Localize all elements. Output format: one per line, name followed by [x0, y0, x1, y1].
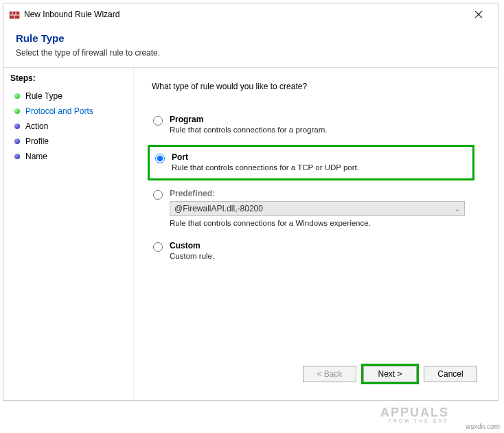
watermark-brand: APPUALS FROM THE EXP	[380, 406, 449, 423]
highlight-annotation: Port Rule that controls connections for …	[148, 145, 474, 180]
wizard-body: Steps: Rule Type Protocol and Ports Acti…	[3, 68, 498, 400]
predefined-select-value: @FirewallAPI.dll,-80200	[174, 204, 263, 213]
option-desc: Rule that controls connections for a TCP…	[172, 163, 468, 172]
bullet-icon	[14, 139, 20, 144]
option-label: Program	[170, 115, 480, 124]
step-profile[interactable]: Profile	[10, 134, 126, 149]
chevron-down-icon: ⌄	[455, 205, 460, 213]
option-desc: Rule that controls connections for a pro…	[170, 126, 480, 134]
page-title: Rule Type	[16, 32, 485, 44]
content-panel: What type of rule would you like to crea…	[134, 68, 498, 400]
option-desc: Rule that controls connections for a Win…	[170, 219, 480, 227]
close-button[interactable]	[465, 5, 492, 24]
radio-predefined[interactable]	[153, 190, 163, 200]
wizard-window: New Inbound Rule Wizard Rule Type Select…	[3, 3, 499, 401]
step-name[interactable]: Name	[10, 149, 126, 164]
option-custom[interactable]: Custom Custom rule.	[152, 238, 480, 271]
step-label: Profile	[25, 137, 49, 146]
step-action[interactable]: Action	[10, 119, 126, 134]
radio-program[interactable]	[153, 116, 163, 126]
bullet-icon	[14, 154, 20, 159]
step-protocol-ports[interactable]: Protocol and Ports	[10, 104, 126, 119]
close-icon	[474, 10, 483, 19]
step-label: Protocol and Ports	[25, 106, 93, 116]
titlebar: New Inbound Rule Wizard	[3, 3, 498, 25]
watermark-site: wsxdn.com	[466, 423, 500, 430]
cancel-button[interactable]: Cancel	[424, 366, 477, 382]
window-title: New Inbound Rule Wizard	[24, 10, 465, 19]
radio-port[interactable]	[155, 154, 165, 163]
option-desc: Custom rule.	[170, 252, 480, 260]
bullet-icon	[14, 93, 20, 99]
option-label: Port	[172, 152, 468, 162]
step-rule-type[interactable]: Rule Type	[10, 89, 126, 104]
steps-heading: Steps:	[10, 73, 126, 83]
step-label: Name	[25, 152, 47, 161]
firewall-icon	[9, 9, 20, 20]
option-label: Predefined:	[170, 189, 480, 198]
option-predefined[interactable]: Predefined: @FirewallAPI.dll,-80200 ⌄ Ru…	[152, 186, 480, 238]
back-button[interactable]: < Back	[303, 366, 356, 382]
option-label: Custom	[170, 241, 480, 250]
option-program[interactable]: Program Rule that controls connections f…	[152, 112, 480, 145]
predefined-select[interactable]: @FirewallAPI.dll,-80200 ⌄	[170, 201, 465, 216]
step-label: Rule Type	[25, 91, 62, 101]
bullet-icon	[14, 108, 20, 114]
rule-type-options: Program Rule that controls connections f…	[152, 112, 480, 271]
steps-sidebar: Steps: Rule Type Protocol and Ports Acti…	[3, 68, 134, 400]
radio-custom[interactable]	[153, 242, 163, 252]
button-footer: < Back Next > Cancel	[152, 355, 480, 393]
prompt-text: What type of rule would you like to crea…	[152, 82, 480, 91]
wizard-header: Rule Type Select the type of firewall ru…	[3, 25, 498, 68]
next-button[interactable]: Next >	[363, 366, 417, 382]
step-label: Action	[25, 121, 48, 131]
bullet-icon	[14, 124, 20, 129]
page-subtitle: Select the type of firewall rule to crea…	[16, 48, 485, 58]
option-port[interactable]: Port Rule that controls connections for …	[154, 150, 468, 176]
